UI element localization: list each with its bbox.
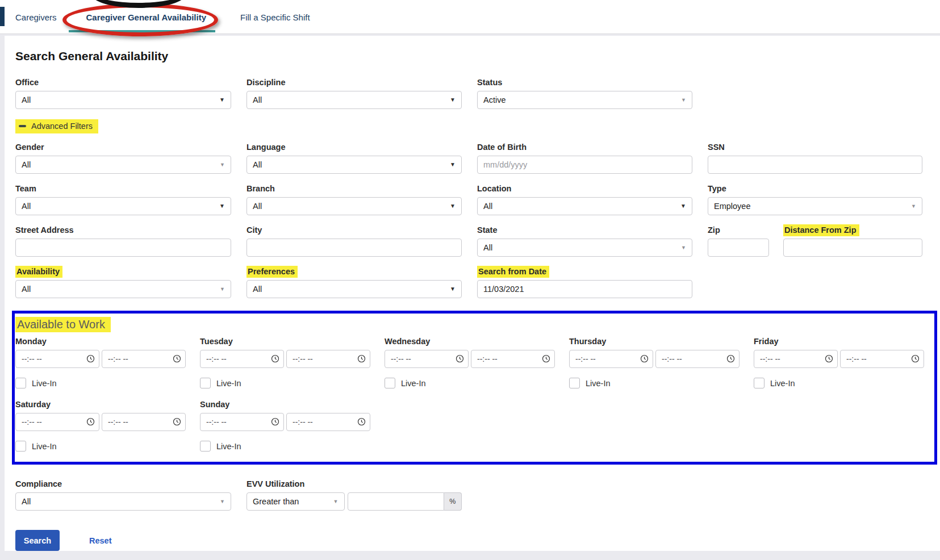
team-label: Team	[15, 184, 231, 193]
sunday-end-time-input[interactable]	[286, 413, 370, 431]
distance-from-zip-input[interactable]	[783, 239, 922, 257]
status-select[interactable]: Active ▼	[477, 91, 692, 109]
location-select[interactable]: All ▼	[477, 197, 692, 215]
sunday-label: Sunday	[200, 400, 370, 409]
team-select[interactable]: All ▼	[15, 197, 231, 215]
language-label: Language	[247, 143, 462, 152]
tuesday-label: Tuesday	[200, 337, 370, 346]
availability-field: Availability All ▼	[15, 267, 231, 298]
city-input[interactable]	[247, 239, 462, 257]
wednesday-live-in-checkbox[interactable]	[385, 378, 395, 388]
day-saturday: Saturday Live-In	[15, 400, 186, 452]
thursday-live-in[interactable]: Live-In	[569, 378, 740, 388]
reset-link[interactable]: Reset	[89, 536, 112, 545]
chevron-down-icon: ▼	[220, 499, 225, 504]
branch-field: Branch All ▼	[247, 184, 462, 215]
saturday-live-in-checkbox[interactable]	[15, 441, 26, 452]
search-from-date-label: Search from Date	[477, 267, 692, 276]
saturday-live-in[interactable]: Live-In	[15, 441, 186, 452]
gender-field: Gender All ▼	[15, 143, 231, 174]
street-address-label: Street Address	[15, 225, 231, 235]
chevron-down-icon: ▼	[219, 203, 225, 209]
preferences-field: Preferences All ▼	[247, 267, 462, 298]
saturday-start-time-input[interactable]	[15, 413, 99, 431]
chevron-down-icon: ▼	[220, 162, 225, 168]
language-select[interactable]: All ▼	[247, 156, 462, 174]
location-field: Location All ▼	[477, 184, 692, 215]
office-field: Office All ▼	[15, 78, 231, 109]
chevron-down-icon: ▼	[450, 162, 456, 168]
type-field: Type Employee ▼	[708, 184, 922, 215]
chevron-down-icon: ▼	[450, 286, 456, 292]
ssn-label: SSN	[708, 143, 922, 152]
type-select[interactable]: Employee ▼	[708, 197, 922, 215]
sunday-live-in-checkbox[interactable]	[200, 441, 211, 452]
compliance-select[interactable]: All ▼	[15, 492, 231, 511]
gender-select[interactable]: All ▼	[15, 156, 231, 174]
friday-label: Friday	[754, 337, 924, 346]
wednesday-start-time-input[interactable]	[385, 350, 469, 368]
thursday-live-in-checkbox[interactable]	[569, 378, 580, 388]
street-address-input[interactable]	[15, 239, 231, 257]
discipline-label: Discipline	[247, 78, 462, 87]
monday-end-time-input[interactable]	[102, 350, 186, 368]
availability-select[interactable]: All ▼	[15, 280, 231, 298]
sunday-start-time-input[interactable]	[200, 413, 284, 431]
state-select[interactable]: All ▼	[477, 239, 692, 257]
page-title: Search General Availability	[15, 49, 940, 63]
search-from-date-input[interactable]	[477, 280, 692, 298]
friday-live-in-checkbox[interactable]	[754, 378, 764, 388]
zip-input[interactable]	[708, 239, 769, 257]
monday-label: Monday	[15, 337, 186, 346]
friday-end-time-input[interactable]	[840, 350, 924, 368]
preferences-label: Preferences	[247, 267, 462, 276]
evv-value-input[interactable]	[348, 492, 444, 511]
monday-start-time-input[interactable]	[15, 350, 99, 368]
street-address-field: Street Address	[15, 225, 231, 257]
team-field: Team All ▼	[15, 184, 231, 215]
friday-start-time-input[interactable]	[754, 350, 838, 368]
search-from-date-field: Search from Date	[477, 267, 692, 298]
chevron-down-icon: ▼	[219, 97, 225, 103]
active-tab-indicator	[69, 30, 215, 32]
tuesday-live-in[interactable]: Live-In	[200, 378, 370, 388]
ssn-input[interactable]	[708, 156, 922, 174]
office-select[interactable]: All ▼	[15, 91, 231, 109]
discipline-select[interactable]: All ▼	[247, 91, 462, 109]
location-label: Location	[477, 184, 692, 193]
tab-caregivers[interactable]: Caregivers	[15, 12, 57, 22]
chevron-down-icon: ▼	[333, 499, 339, 504]
tab-fill-a-specific-shift[interactable]: Fill a Specific Shift	[240, 12, 310, 22]
monday-live-in[interactable]: Live-In	[15, 378, 186, 388]
tuesday-start-time-input[interactable]	[200, 350, 284, 368]
tuesday-end-time-input[interactable]	[286, 350, 370, 368]
tuesday-live-in-checkbox[interactable]	[200, 378, 211, 388]
city-field: City	[247, 225, 462, 257]
chevron-down-icon: ▼	[680, 203, 686, 209]
wednesday-end-time-input[interactable]	[471, 350, 555, 368]
sunday-live-in[interactable]: Live-In	[200, 441, 370, 452]
tab-caregiver-general-availability[interactable]: Caregiver General Availability	[86, 12, 207, 22]
thursday-end-time-input[interactable]	[655, 350, 740, 368]
ssn-field: SSN	[708, 143, 922, 174]
evv-operator-select[interactable]: Greater than ▼	[247, 492, 345, 511]
saturday-end-time-input[interactable]	[102, 413, 186, 431]
language-field: Language All ▼	[247, 143, 462, 174]
saturday-label: Saturday	[15, 400, 186, 409]
chevron-down-icon: ▼	[450, 97, 456, 103]
wednesday-live-in[interactable]: Live-In	[385, 378, 555, 388]
branch-select[interactable]: All ▼	[247, 197, 462, 215]
search-button[interactable]: Search	[15, 530, 60, 551]
city-label: City	[247, 225, 462, 235]
zip-label: Zip	[708, 225, 769, 235]
monday-live-in-checkbox[interactable]	[15, 378, 26, 388]
advanced-filters-toggle[interactable]: Advanced Filters	[15, 119, 98, 133]
chevron-down-icon: ▼	[681, 98, 686, 103]
date-of-birth-field: Date of Birth	[477, 143, 692, 174]
friday-live-in[interactable]: Live-In	[754, 378, 924, 388]
compliance-label: Compliance	[15, 479, 231, 488]
preferences-select[interactable]: All ▼	[247, 280, 462, 298]
date-of-birth-input[interactable]	[477, 156, 692, 174]
available-to-work-title: Available to Work	[15, 318, 111, 331]
thursday-start-time-input[interactable]	[569, 350, 653, 368]
